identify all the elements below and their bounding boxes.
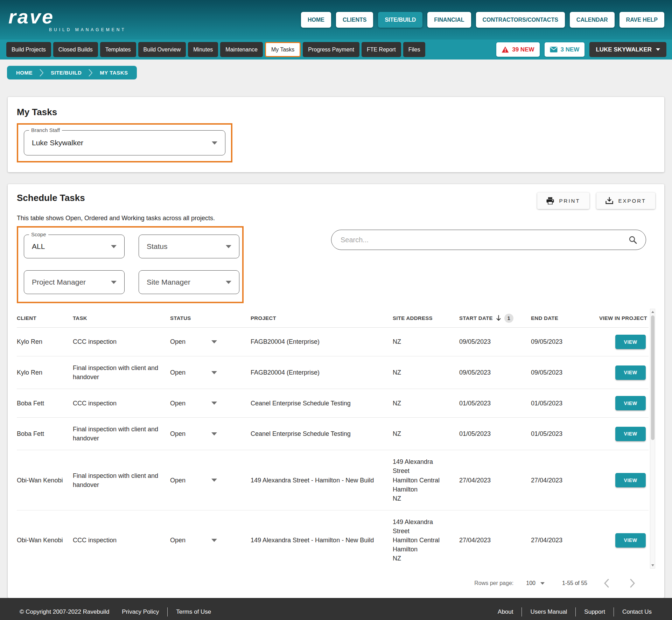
breadcrumb: HOMESITE/BUILDMY TASKS xyxy=(7,66,137,79)
breadcrumb-item-my-tasks[interactable]: MY TASKS xyxy=(100,70,128,76)
chevron-left-icon xyxy=(602,578,611,588)
scope-select[interactable]: Scope ALL xyxy=(24,235,125,258)
rows-per-page-select[interactable]: 100 xyxy=(526,580,545,586)
view-button[interactable]: VIEW xyxy=(615,365,646,380)
nav-item-contractors-contacts[interactable]: CONTRACTORS/CONTACTS xyxy=(476,12,565,28)
user-menu-button[interactable]: LUKE SKYWALKER xyxy=(589,42,666,57)
cell-site-address: NZ xyxy=(393,429,459,438)
nav-item-calendar[interactable]: CALENDAR xyxy=(570,12,615,28)
cell-end-date: 09/05/2023 xyxy=(531,337,587,346)
subnav-item-files[interactable]: Files xyxy=(403,42,426,57)
view-button[interactable]: VIEW xyxy=(615,473,646,487)
project-manager-select[interactable]: Project Manager xyxy=(24,270,125,294)
status-dropdown-caret-icon[interactable] xyxy=(211,539,217,542)
subnav-item-closed-builds[interactable]: Closed Builds xyxy=(53,42,98,57)
print-button[interactable]: PRINT xyxy=(537,193,589,209)
view-button[interactable]: VIEW xyxy=(615,427,646,441)
branch-staff-select[interactable]: Branch Staff Luke Skywalker xyxy=(24,130,225,155)
subnav-item-templates[interactable]: Templates xyxy=(100,42,136,57)
view-button[interactable]: VIEW xyxy=(615,533,646,548)
subnav-right: 39 NEW 3 NEW LUKE SKYWALKER xyxy=(496,42,666,57)
branch-staff-value: Luke Skywalker xyxy=(32,139,83,147)
nav-item-rave-help[interactable]: RAVE HELP xyxy=(620,12,664,28)
footer-link-users-manual[interactable]: Users Manual xyxy=(530,608,567,615)
scroll-up-arrow-icon[interactable] xyxy=(651,311,654,313)
export-button[interactable]: EXPORT xyxy=(596,193,655,209)
nav-item-clients[interactable]: CLIENTS xyxy=(336,12,373,28)
cell-site-address: NZ xyxy=(393,368,459,377)
search-input[interactable] xyxy=(341,236,628,244)
table-scrollbar[interactable] xyxy=(650,309,655,569)
site-manager-select[interactable]: Site Manager xyxy=(139,270,239,294)
subnav-item-build-projects[interactable]: Build Projects xyxy=(6,42,51,57)
subnav-item-maintenance[interactable]: Maintenance xyxy=(220,42,263,57)
cell-start-date: 01/05/2023 xyxy=(459,399,531,408)
cell-view: VIEW xyxy=(587,335,649,349)
previous-page-button[interactable] xyxy=(600,578,613,588)
sort-priority-badge: 1 xyxy=(504,314,513,323)
nav-item-site-build[interactable]: SITE/BUILD xyxy=(378,12,422,28)
rows-per-page-value: 100 xyxy=(526,580,536,586)
rave-logo[interactable]: rave BUILD MANAGEMENT xyxy=(8,7,126,32)
status-dropdown-caret-icon[interactable] xyxy=(211,402,217,405)
column-header-site-address[interactable]: SITE ADDRESS xyxy=(393,315,459,321)
cell-end-date: 27/04/2023 xyxy=(531,536,587,545)
chevron-down-icon xyxy=(656,48,660,51)
subnav-item-progress-payment[interactable]: Progress Payment xyxy=(303,42,359,57)
page: rave BUILD MANAGEMENT HOMECLIENTSSITE/BU… xyxy=(0,0,672,620)
subnav-item-minutes[interactable]: Minutes xyxy=(188,42,218,57)
rows-per-page-label: Rows per page: xyxy=(474,580,513,586)
footer: © Copyright 2007-2022 Ravebuild Privacy … xyxy=(0,598,672,620)
scrollbar-thumb[interactable] xyxy=(651,315,654,440)
top-header: rave BUILD MANAGEMENT HOMECLIENTSSITE/BU… xyxy=(0,0,672,40)
filters-highlight-box: Scope ALL Status Project Manager Site Ma… xyxy=(17,226,244,303)
subnav-item-fte-report[interactable]: FTE Report xyxy=(362,42,401,57)
cell-start-date: 27/04/2023 xyxy=(459,476,531,485)
subnav-item-build-overview[interactable]: Build Overview xyxy=(138,42,186,57)
breadcrumb-row: HOMESITE/BUILDMY TASKS xyxy=(0,60,672,79)
column-header-task[interactable]: TASK xyxy=(73,315,170,321)
chevron-down-icon xyxy=(212,141,217,145)
search-icon[interactable] xyxy=(628,235,637,244)
warning-triangle-icon xyxy=(502,46,509,53)
status-placeholder: Status xyxy=(147,242,168,251)
column-header-start-date[interactable]: START DATE 1 xyxy=(459,314,531,323)
schedule-title: Schedule Tasks xyxy=(17,193,85,203)
nav-item-home[interactable]: HOME xyxy=(301,12,331,28)
project-manager-placeholder: Project Manager xyxy=(32,278,86,286)
status-dropdown-caret-icon[interactable] xyxy=(211,432,217,436)
breadcrumb-item-site-build[interactable]: SITE/BUILD xyxy=(51,70,82,76)
chevron-down-icon xyxy=(111,281,117,284)
table-row: Obi-Wan KenobiFinal inspection with clie… xyxy=(17,450,649,510)
cell-start-date: 09/05/2023 xyxy=(459,337,531,346)
view-button[interactable]: VIEW xyxy=(615,335,646,349)
nav-item-financial[interactable]: FINANCIAL xyxy=(427,12,471,28)
main-content: My Tasks Branch Staff Luke Skywalker Sch… xyxy=(0,79,672,598)
footer-link-contact-us[interactable]: Contact Us xyxy=(622,608,652,615)
footer-link-privacy-policy[interactable]: Privacy Policy xyxy=(122,608,159,615)
status-select[interactable]: Status xyxy=(139,235,239,258)
alerts-button[interactable]: 39 NEW xyxy=(496,42,539,57)
messages-button[interactable]: 3 NEW xyxy=(545,42,585,57)
status-dropdown-caret-icon[interactable] xyxy=(211,479,217,482)
user-name: LUKE SKYWALKER xyxy=(596,46,652,53)
column-header-end-date[interactable]: END DATE xyxy=(531,315,587,321)
view-button[interactable]: VIEW xyxy=(615,396,646,410)
scroll-down-arrow-icon[interactable] xyxy=(651,564,654,566)
subnav-item-my-tasks[interactable]: My Tasks xyxy=(265,42,301,57)
footer-link-terms-of-use[interactable]: Terms of Use xyxy=(176,608,211,615)
status-dropdown-caret-icon[interactable] xyxy=(211,371,217,374)
status-dropdown-caret-icon[interactable] xyxy=(211,340,217,343)
footer-link-support[interactable]: Support xyxy=(584,608,605,615)
export-label: EXPORT xyxy=(618,198,646,204)
footer-link-about[interactable]: About xyxy=(498,608,513,615)
printer-icon xyxy=(546,197,554,204)
next-page-button[interactable] xyxy=(626,578,639,588)
subnav-items: Build ProjectsClosed BuildsTemplatesBuil… xyxy=(6,42,425,57)
cell-client: Obi-Wan Kenobi xyxy=(17,536,73,545)
breadcrumb-item-home[interactable]: HOME xyxy=(16,70,33,76)
cell-task: Final inspection with client and handove… xyxy=(73,425,170,443)
column-header-client[interactable]: CLIENT xyxy=(17,315,73,321)
column-header-status[interactable]: STATUS xyxy=(170,315,251,321)
column-header-project[interactable]: PROJECT xyxy=(251,315,393,321)
